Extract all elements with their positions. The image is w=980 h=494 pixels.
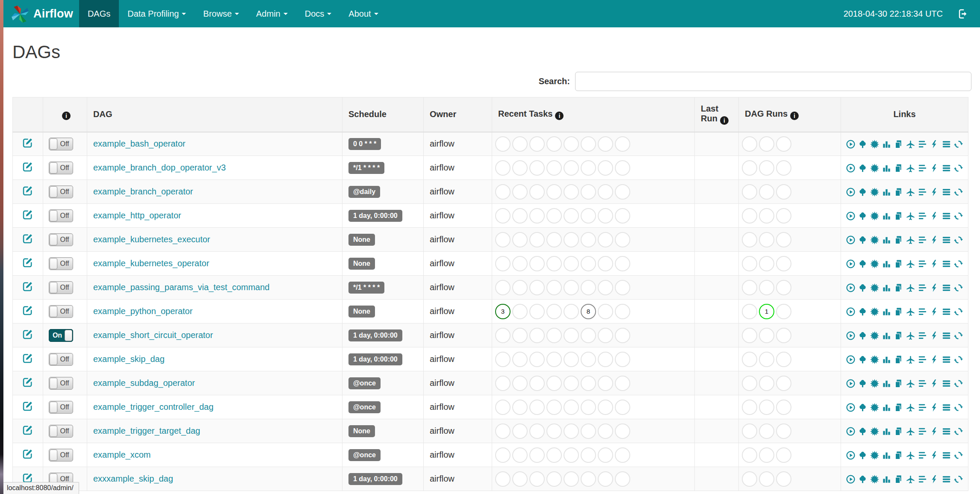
tree-view-icon[interactable] bbox=[858, 163, 868, 173]
edit-dag-icon[interactable] bbox=[22, 448, 34, 460]
code-view-icon[interactable] bbox=[930, 379, 939, 388]
dag-name-link[interactable]: example_http_operator bbox=[93, 211, 181, 220]
code-view-icon[interactable] bbox=[930, 426, 939, 436]
tree-view-icon[interactable] bbox=[858, 450, 868, 460]
task-state-circle-success[interactable]: 3 bbox=[495, 304, 511, 319]
search-input[interactable] bbox=[575, 72, 971, 91]
nav-item-browse[interactable]: Browse bbox=[195, 0, 248, 27]
task-state-circle-queued[interactable]: 8 bbox=[581, 304, 596, 319]
task-tries-icon[interactable] bbox=[894, 163, 903, 173]
col-toggle-header[interactable]: i bbox=[43, 97, 87, 132]
dag-pause-toggle[interactable]: Off bbox=[49, 209, 73, 222]
dag-name-link[interactable]: example_trigger_controller_dag bbox=[93, 402, 213, 412]
col-dag-header[interactable]: DAG bbox=[87, 97, 342, 132]
task-tries-icon[interactable] bbox=[894, 355, 903, 365]
gantt-icon[interactable] bbox=[918, 403, 927, 412]
edit-dag-icon[interactable] bbox=[22, 137, 34, 149]
graph-view-icon[interactable] bbox=[870, 139, 880, 149]
edit-dag-icon[interactable] bbox=[22, 424, 34, 436]
landing-times-icon[interactable] bbox=[906, 259, 915, 269]
refresh-icon[interactable] bbox=[953, 474, 963, 484]
edit-dag-icon[interactable] bbox=[22, 352, 34, 364]
landing-times-icon[interactable] bbox=[906, 307, 915, 317]
edit-dag-icon[interactable] bbox=[22, 185, 34, 197]
landing-times-icon[interactable] bbox=[906, 426, 915, 436]
refresh-icon[interactable] bbox=[953, 331, 963, 341]
gantt-icon[interactable] bbox=[918, 331, 927, 341]
col-owner-header[interactable]: Owner bbox=[424, 97, 492, 132]
code-view-icon[interactable] bbox=[930, 403, 939, 412]
task-duration-icon[interactable] bbox=[882, 163, 891, 173]
landing-times-icon[interactable] bbox=[906, 235, 915, 245]
dag-name-link[interactable]: exxxample_skip_dag bbox=[93, 474, 173, 483]
dag-pause-toggle[interactable]: On bbox=[49, 329, 73, 342]
dag-name-link[interactable]: example_bash_operator bbox=[93, 139, 186, 148]
task-tries-icon[interactable] bbox=[894, 235, 903, 245]
tree-view-icon[interactable] bbox=[858, 307, 868, 317]
dag-details-icon[interactable] bbox=[942, 307, 951, 317]
code-view-icon[interactable] bbox=[930, 355, 939, 365]
trigger-dag-icon[interactable] bbox=[846, 379, 856, 388]
landing-times-icon[interactable] bbox=[906, 331, 915, 341]
graph-view-icon[interactable] bbox=[870, 163, 880, 173]
graph-view-icon[interactable] bbox=[870, 283, 880, 293]
landing-times-icon[interactable] bbox=[906, 211, 915, 221]
trigger-dag-icon[interactable] bbox=[846, 283, 856, 293]
trigger-dag-icon[interactable] bbox=[846, 163, 856, 173]
task-tries-icon[interactable] bbox=[894, 426, 903, 436]
code-view-icon[interactable] bbox=[930, 235, 939, 245]
tree-view-icon[interactable] bbox=[858, 211, 868, 221]
task-duration-icon[interactable] bbox=[882, 474, 891, 484]
dag-details-icon[interactable] bbox=[942, 163, 951, 173]
dag-details-icon[interactable] bbox=[942, 187, 951, 197]
landing-times-icon[interactable] bbox=[906, 163, 915, 173]
graph-view-icon[interactable] bbox=[870, 331, 880, 341]
dag-name-link[interactable]: example_short_circuit_operator bbox=[93, 330, 213, 340]
dag-name-link[interactable]: example_kubernetes_operator bbox=[93, 259, 209, 268]
landing-times-icon[interactable] bbox=[906, 283, 915, 293]
landing-times-icon[interactable] bbox=[906, 450, 915, 460]
dag-details-icon[interactable] bbox=[942, 235, 951, 245]
tree-view-icon[interactable] bbox=[858, 379, 868, 388]
code-view-icon[interactable] bbox=[930, 474, 939, 484]
task-duration-icon[interactable] bbox=[882, 283, 891, 293]
graph-view-icon[interactable] bbox=[870, 403, 880, 412]
trigger-dag-icon[interactable] bbox=[846, 355, 856, 365]
code-view-icon[interactable] bbox=[930, 211, 939, 221]
trigger-dag-icon[interactable] bbox=[846, 211, 856, 221]
dag-name-link[interactable]: example_trigger_target_dag bbox=[93, 426, 200, 435]
gantt-icon[interactable] bbox=[918, 355, 927, 365]
task-duration-icon[interactable] bbox=[882, 450, 891, 460]
edit-dag-icon[interactable] bbox=[22, 161, 34, 173]
dag-details-icon[interactable] bbox=[942, 450, 951, 460]
graph-view-icon[interactable] bbox=[870, 259, 880, 269]
task-duration-icon[interactable] bbox=[882, 403, 891, 412]
code-view-icon[interactable] bbox=[930, 307, 939, 317]
task-duration-icon[interactable] bbox=[882, 211, 891, 221]
dag-details-icon[interactable] bbox=[942, 259, 951, 269]
dag-pause-toggle[interactable]: Off bbox=[49, 353, 73, 366]
dag-pause-toggle[interactable]: Off bbox=[49, 185, 73, 198]
nav-item-data-profiling[interactable]: Data Profiling bbox=[119, 0, 195, 27]
task-tries-icon[interactable] bbox=[894, 187, 903, 197]
dag-name-link[interactable]: example_skip_dag bbox=[93, 354, 165, 364]
task-tries-icon[interactable] bbox=[894, 403, 903, 412]
dag-details-icon[interactable] bbox=[942, 474, 951, 484]
task-tries-icon[interactable] bbox=[894, 450, 903, 460]
trigger-dag-icon[interactable] bbox=[846, 307, 856, 317]
task-tries-icon[interactable] bbox=[894, 474, 903, 484]
landing-times-icon[interactable] bbox=[906, 355, 915, 365]
col-last-run-header[interactable]: Last Runi bbox=[695, 97, 739, 132]
gantt-icon[interactable] bbox=[918, 187, 927, 197]
code-view-icon[interactable] bbox=[930, 331, 939, 341]
trigger-dag-icon[interactable] bbox=[846, 139, 856, 149]
dag-name-link[interactable]: example_subdag_operator bbox=[93, 378, 195, 388]
refresh-icon[interactable] bbox=[953, 403, 963, 412]
task-tries-icon[interactable] bbox=[894, 331, 903, 341]
gantt-icon[interactable] bbox=[918, 450, 927, 460]
trigger-dag-icon[interactable] bbox=[846, 187, 856, 197]
dag-details-icon[interactable] bbox=[942, 379, 951, 388]
trigger-dag-icon[interactable] bbox=[846, 403, 856, 412]
dag-pause-toggle[interactable]: Off bbox=[49, 281, 73, 294]
dag-name-link[interactable]: example_branch_dop_operator_v3 bbox=[93, 163, 226, 172]
